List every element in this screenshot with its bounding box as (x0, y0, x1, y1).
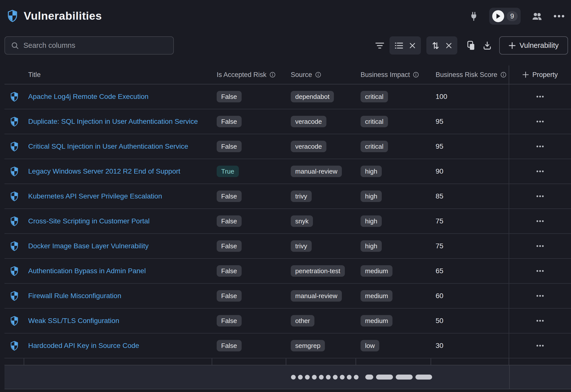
business-impact-cell: medium (356, 284, 431, 308)
business-risk-score-value: 85 (436, 192, 443, 200)
vulnerability-title-link[interactable]: Legacy Windows Server 2012 R2 End of Sup… (28, 167, 180, 175)
business-impact-cell: medium (356, 259, 431, 283)
shield-icon (10, 341, 18, 351)
loading-dot (347, 375, 352, 380)
column-header-accepted-risk[interactable]: Is Accepted Risk (212, 65, 286, 84)
ellipsis-icon (536, 345, 544, 347)
accepted-risk-badge: False (217, 91, 242, 102)
source-cell: manual-review (286, 159, 356, 184)
table-footer-bar (4, 365, 571, 389)
vulnerability-title-link[interactable]: Weak SSL/TLS Configuration (28, 317, 119, 325)
source-cell: penetration-test (286, 259, 356, 283)
info-icon[interactable] (500, 72, 506, 78)
row-actions-button[interactable] (534, 292, 546, 299)
business-impact-cell: high (356, 184, 431, 208)
table-row: Weak SSL/TLS Configuration False other m… (4, 309, 571, 333)
row-actions-cell (509, 84, 571, 109)
sort-button[interactable] (432, 41, 439, 50)
search-box (4, 36, 174, 55)
more-menu-button[interactable] (554, 15, 565, 18)
business-risk-score-cell: 50 (431, 309, 509, 333)
business-impact-cell: high (356, 159, 431, 184)
column-header-title[interactable]: Title (24, 65, 212, 84)
search-input[interactable] (23, 41, 167, 50)
download-button[interactable] (483, 41, 492, 50)
accepted-risk-cell: True (212, 159, 286, 184)
row-actions-button[interactable] (534, 143, 546, 150)
source-badge: dependabot (291, 91, 334, 102)
accepted-risk-badge: False (217, 191, 242, 202)
title-cell: Legacy Windows Server 2012 R2 End of Sup… (24, 159, 212, 184)
source-cell: trivy (286, 234, 356, 258)
accepted-risk-badge: False (217, 315, 242, 327)
row-actions-button[interactable] (534, 317, 546, 324)
business-impact-badge: medium (361, 265, 392, 277)
business-risk-score-value: 75 (436, 217, 443, 225)
vulnerability-title-link[interactable]: Kubernetes API Server Privilege Escalati… (28, 192, 162, 200)
empty-cell (4, 358, 24, 365)
row-actions-button[interactable] (534, 342, 546, 349)
source-badge: manual-review (291, 166, 342, 177)
filter-button[interactable] (376, 42, 384, 49)
business-impact-badge: medium (361, 290, 392, 302)
users-button[interactable] (532, 12, 543, 21)
vulnerability-title-link[interactable]: Authentication Bypass in Admin Panel (28, 267, 146, 275)
accepted-risk-cell: False (212, 209, 286, 233)
business-impact-badge: high (361, 215, 382, 227)
info-icon[interactable] (315, 72, 321, 78)
vulnerability-title-link[interactable]: Firewall Rule Misconfiguration (28, 292, 121, 300)
row-actions-button[interactable] (534, 243, 546, 250)
shield-icon (10, 142, 18, 151)
shield-icon (10, 192, 18, 201)
row-actions-button[interactable] (534, 267, 546, 274)
vulnerability-title-link[interactable]: Critical SQL Injection in User Authentic… (28, 142, 188, 150)
empty-cell (509, 358, 571, 365)
loading-pill (415, 375, 432, 380)
column-header-business-risk-score[interactable]: Business Risk Score (431, 65, 509, 84)
run-count-badge: 9 (507, 11, 518, 21)
column-header-source[interactable]: Source (286, 65, 356, 84)
title-cell: Authentication Bypass in Admin Panel (24, 259, 212, 283)
list-icon (395, 42, 403, 49)
row-actions-cell (509, 333, 571, 358)
column-header-business-impact[interactable]: Business Impact (356, 65, 431, 84)
table-body: Apache Log4j Remote Code Execution False… (4, 84, 571, 358)
loading-dot (291, 375, 296, 380)
accepted-risk-badge: True (217, 166, 239, 177)
business-risk-score-cell: 75 (431, 234, 509, 258)
group-by-button[interactable] (395, 42, 403, 49)
run-button[interactable]: 9 (489, 8, 521, 25)
empty-cell (286, 358, 356, 365)
accepted-risk-cell: False (212, 109, 286, 134)
row-actions-button[interactable] (534, 218, 546, 225)
info-icon[interactable] (270, 72, 276, 78)
add-vulnerability-button[interactable]: Vulnerability (499, 36, 568, 55)
business-risk-score-cell: 100 (431, 84, 509, 109)
ellipsis-icon (536, 220, 544, 222)
business-risk-score-cell: 30 (431, 333, 509, 358)
info-icon[interactable] (413, 72, 419, 78)
clear-sort-button[interactable] (446, 43, 452, 49)
row-actions-button[interactable] (534, 193, 546, 200)
shield-icon (10, 291, 18, 301)
add-property-button[interactable]: Property (509, 65, 571, 84)
clear-group-button[interactable] (409, 43, 415, 49)
integrations-button[interactable] (469, 11, 478, 21)
vulnerabilities-page: { "app_title": "Vulnerabilities", "topba… (0, 0, 571, 392)
row-actions-cell (509, 259, 571, 283)
copy-button[interactable] (466, 41, 475, 51)
business-risk-score-value: 60 (436, 292, 443, 300)
vulnerability-title-link[interactable]: Docker Image Base Layer Vulnerability (28, 242, 149, 250)
row-actions-button[interactable] (534, 93, 546, 100)
row-actions-button[interactable] (534, 168, 546, 175)
vulnerability-title-link[interactable]: Duplicate: SQL Injection in User Authent… (28, 118, 198, 126)
vulnerability-title-link[interactable]: Cross-Site Scripting in Customer Portal (28, 217, 150, 225)
business-impact-badge: high (361, 166, 382, 177)
vulnerability-title-link[interactable]: Apache Log4j Remote Code Execution (28, 93, 149, 101)
loading-dot (326, 375, 331, 380)
vulnerability-title-link[interactable]: Hardcoded API Key in Source Code (28, 342, 139, 350)
row-actions-button[interactable] (534, 118, 546, 125)
table-row: Kubernetes API Server Privilege Escalati… (4, 184, 571, 209)
business-impact-cell: low (356, 333, 431, 358)
source-cell: veracode (286, 109, 356, 134)
